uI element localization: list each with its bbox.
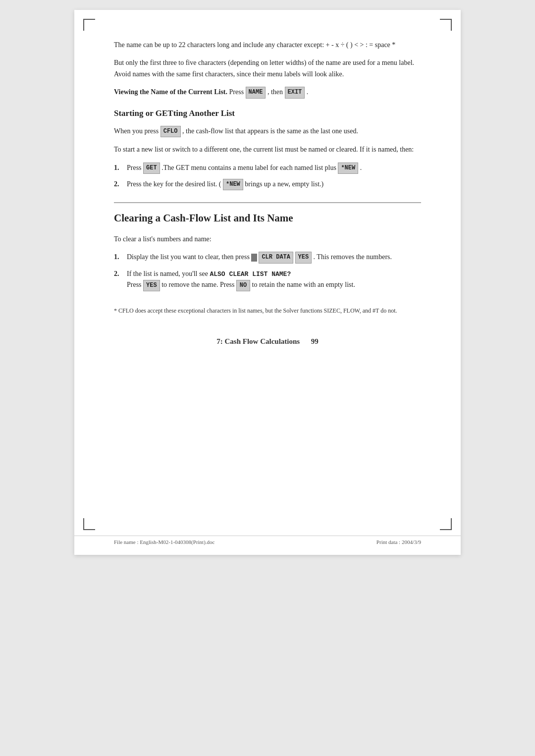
key-name: NAME xyxy=(246,87,266,98)
s2-list-num-2: 2. xyxy=(114,269,125,279)
footer-filename: File name : English-M02-1-040308(Print).… xyxy=(114,539,214,545)
viewing-name-paragraph: Viewing the Name of the Current List. Pr… xyxy=(114,87,421,98)
key-exit: EXIT xyxy=(285,87,305,98)
section2-intro: To clear a list's numbers and name: xyxy=(114,234,421,245)
key-cflo: CFLO xyxy=(160,126,181,137)
corner-mark-top-left xyxy=(83,19,95,31)
section1-p2: To start a new list or switch to a diffe… xyxy=(114,144,421,155)
s1p1-post: , the cash-flow list that appears is the… xyxy=(182,127,358,135)
list-item: 1. Display the list you want to clear, t… xyxy=(114,252,421,263)
list-content-2: Press the key for the desired list. ( *N… xyxy=(127,179,421,190)
key-get: GET xyxy=(143,162,160,174)
key-clr-data: CLR DATA xyxy=(259,252,293,263)
p2-text: But only the first three to five charact… xyxy=(114,59,414,77)
list-item: 2. Press the key for the desired list. (… xyxy=(114,179,421,190)
document-page: The name can be up to 22 characters long… xyxy=(74,10,461,555)
s2-list-num-1: 1. xyxy=(114,252,125,263)
corner-mark-bottom-left xyxy=(83,518,95,530)
footnote-text: * CFLO does accept these exceptional cha… xyxy=(114,307,397,314)
s2-list-content-1: Display the list you want to clear, then… xyxy=(127,252,421,263)
paragraph-2: But only the first three to five charact… xyxy=(114,57,421,80)
list-content-1: Press GET .The GET menu contains a menu … xyxy=(127,162,421,174)
section2-list: 1. Display the list you want to clear, t… xyxy=(114,252,421,291)
key-yes-1: YES xyxy=(295,252,312,263)
list-item: 1. Press GET .The GET menu contains a me… xyxy=(114,162,421,174)
viewing-name-bold: Viewing the Name of the Current List. xyxy=(114,88,227,96)
s1p1-pre: When you press xyxy=(114,127,160,135)
list-item: 2. If the list is named, you'll see ALSO… xyxy=(114,269,421,291)
page-number: 99 xyxy=(311,337,319,345)
corner-mark-bottom-right xyxy=(440,518,452,530)
corner-mark-top-right xyxy=(440,19,452,31)
page-number-label: 7: Cash Flow Calculations xyxy=(216,337,300,345)
shift-icon xyxy=(251,254,257,262)
monospace-text: ALSO CLEAR LIST NAME? xyxy=(210,270,291,278)
section1-p1: When you press CFLO , the cash-flow list… xyxy=(114,126,421,137)
footer-print-date: Print data : 2004/3/9 xyxy=(376,539,421,545)
key-star-new-2: *NEW xyxy=(223,179,243,190)
page-number-section: 7: Cash Flow Calculations 99 xyxy=(114,335,421,347)
section2-heading: Clearing a Cash-Flow List and Its Name xyxy=(114,202,421,227)
s2-list-content-2: If the list is named, you'll see ALSO CL… xyxy=(127,269,421,291)
page-footer: File name : English-M02-1-040308(Print).… xyxy=(74,536,461,545)
section1-heading: Starting or GETting Another List xyxy=(114,107,421,120)
list-num-1: 1. xyxy=(114,162,125,173)
key-no: NO xyxy=(236,280,250,291)
key-yes-2: YES xyxy=(143,280,160,291)
footnote: * CFLO does accept these exceptional cha… xyxy=(114,306,421,316)
viewing-name-then: , then xyxy=(268,88,285,96)
key-star-new-1: *NEW xyxy=(338,162,358,174)
page-content: The name can be up to 22 characters long… xyxy=(114,40,421,347)
p1-text: The name can be up to 22 characters long… xyxy=(114,41,395,49)
list-num-2: 2. xyxy=(114,179,125,190)
key-group-clr: CLR DATA xyxy=(251,252,293,263)
viewing-name-period: . xyxy=(307,88,309,96)
paragraph-1: The name can be up to 22 characters long… xyxy=(114,40,421,51)
viewing-name-pre: Press xyxy=(229,88,246,96)
section1-list: 1. Press GET .The GET menu contains a me… xyxy=(114,162,421,191)
